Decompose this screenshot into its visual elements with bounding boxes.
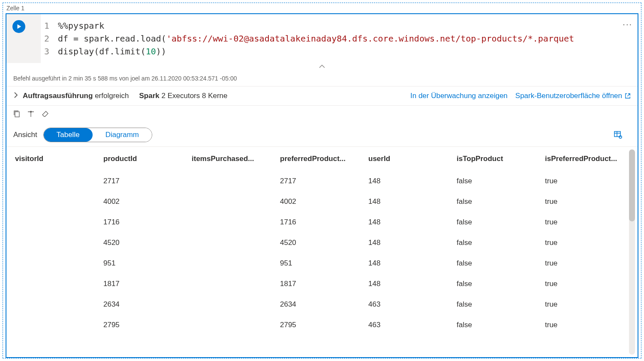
table-row[interactable]: 26342634463falsetrue	[6, 294, 625, 315]
external-link-icon	[625, 93, 631, 99]
execution-label: Auftragsausführung	[23, 92, 93, 100]
table-scrollbar[interactable]	[629, 149, 635, 355]
table-cell	[183, 233, 271, 253]
table-cell: 2717	[95, 171, 183, 191]
table-row[interactable]: 17161716148falsetrue	[6, 212, 625, 233]
table-settings-icon	[614, 130, 622, 139]
table-cell	[183, 253, 271, 274]
table-header-row: visitorId productId itemsPurchased... pr…	[6, 147, 625, 171]
table-cell: true	[536, 171, 625, 191]
cell-more-button[interactable]: ···	[623, 19, 632, 29]
chevron-up-icon	[319, 64, 325, 69]
table-settings-button[interactable]	[614, 130, 622, 140]
open-monitoring-link[interactable]: In der Überwachung anzeigen	[410, 92, 508, 100]
table-cell	[6, 294, 95, 315]
table-cell: 2717	[271, 171, 360, 191]
table-cell: false	[448, 253, 536, 274]
table-cell: 2634	[95, 294, 183, 315]
notebook-cell: Zelle 1 1%%pyspark 2df = spark.read.load…	[3, 3, 641, 358]
table-cell	[183, 191, 271, 212]
execution-summary-row: Auftragsausführung erfolgreich Spark 2 E…	[6, 87, 638, 106]
cell-body: 1%%pyspark 2df = spark.read.load('abfss:…	[6, 13, 638, 358]
col-visitorId[interactable]: visitorId	[6, 147, 95, 171]
table-cell: 2795	[95, 315, 183, 335]
code-editor-row: 1%%pyspark 2df = spark.read.load('abfss:…	[6, 14, 638, 63]
code-text: df = spark.read.load(	[58, 32, 166, 45]
table-cell: false	[448, 191, 536, 212]
table-cell	[183, 274, 271, 294]
svg-rect-0	[15, 112, 19, 117]
table-cell	[6, 274, 95, 294]
table-row[interactable]: 18171817148falsetrue	[6, 274, 625, 294]
code-editor[interactable]: 1%%pyspark 2df = spark.read.load('abfss:…	[41, 14, 638, 63]
table-cell: true	[536, 315, 625, 335]
copy-output-button[interactable]	[13, 110, 20, 119]
table-cell	[183, 315, 271, 335]
table-cell: 4002	[95, 191, 183, 212]
open-spark-ui-link[interactable]: Spark-Benutzeroberfläche öffnen	[515, 92, 631, 100]
col-isPreferredProduct[interactable]: isPreferredProduct...	[536, 147, 625, 171]
table-cell: 951	[95, 253, 183, 274]
view-label: Ansicht	[13, 131, 37, 139]
table-row[interactable]: 27172717148falsetrue	[6, 171, 625, 191]
cell-label: Zelle 1	[3, 3, 641, 12]
code-number: 10	[146, 45, 156, 58]
view-pill-group: Tabelle Diagramm	[43, 128, 152, 142]
copy-icon	[13, 110, 20, 118]
table-row[interactable]: 40024002148falsetrue	[6, 191, 625, 212]
clear-output-button[interactable]	[42, 110, 49, 119]
tab-table[interactable]: Tabelle	[44, 128, 93, 142]
table-cell: 148	[360, 171, 448, 191]
table-cell: 1716	[271, 212, 360, 233]
table-row[interactable]: 951951148falsetrue	[6, 253, 625, 274]
table-cell: false	[448, 274, 536, 294]
table-cell: 148	[360, 212, 448, 233]
view-switcher-row: Ansicht Tabelle Diagramm	[6, 121, 638, 147]
table-cell: false	[448, 294, 536, 315]
table-cell: 1817	[271, 274, 360, 294]
table-cell: 148	[360, 233, 448, 253]
table-cell: 463	[360, 294, 448, 315]
scrollbar-thumb[interactable]	[629, 149, 635, 221]
col-userId[interactable]: userId	[360, 147, 448, 171]
table-cell	[183, 212, 271, 233]
code-text: ))	[156, 45, 166, 58]
col-itemsPurchased[interactable]: itemsPurchased...	[183, 147, 271, 171]
col-isTopProduct[interactable]: isTopProduct	[448, 147, 536, 171]
execution-status-text: Befehl ausgeführt in 2 min 35 s 588 ms v…	[6, 71, 638, 87]
execution-left: Auftragsausführung erfolgreich Spark 2 E…	[23, 92, 410, 100]
table-row[interactable]: 27952795463falsetrue	[6, 315, 625, 335]
run-cell-button[interactable]	[12, 20, 25, 33]
table-cell	[6, 233, 95, 253]
code-string: 'abfss://wwi-02@asadatalakeinaday84.dfs.…	[166, 32, 574, 45]
table-row[interactable]: 45204520148falsetrue	[6, 233, 625, 253]
maximize-output-button[interactable]	[27, 110, 35, 119]
table-cell	[6, 253, 95, 274]
table-cell: 4002	[271, 191, 360, 212]
table-cell: 4520	[271, 233, 360, 253]
table-cell: true	[536, 294, 625, 315]
table-cell: 2634	[271, 294, 360, 315]
table-cell	[6, 191, 95, 212]
output-table-wrap: visitorId productId itemsPurchased... pr…	[6, 147, 638, 357]
col-preferredProduct[interactable]: preferredProduct...	[271, 147, 360, 171]
tab-chart[interactable]: Diagramm	[93, 128, 152, 142]
table-cell	[183, 294, 271, 315]
table-cell: true	[536, 212, 625, 233]
table-cell: true	[536, 274, 625, 294]
table-cell	[6, 315, 95, 335]
table-cell: false	[448, 212, 536, 233]
table-cell: true	[536, 191, 625, 212]
execution-state: erfolgreich	[95, 92, 129, 100]
collapse-output-button[interactable]	[6, 63, 638, 71]
table-cell: false	[448, 233, 536, 253]
output-toolbar	[6, 106, 638, 121]
code-gutter	[6, 14, 41, 63]
table-cell: 463	[360, 315, 448, 335]
col-productId[interactable]: productId	[95, 147, 183, 171]
spark-label: Spark	[139, 92, 159, 100]
expand-execution-button[interactable]	[13, 92, 18, 100]
table-cell: 1817	[95, 274, 183, 294]
table-cell: 148	[360, 253, 448, 274]
table-cell: 951	[271, 253, 360, 274]
